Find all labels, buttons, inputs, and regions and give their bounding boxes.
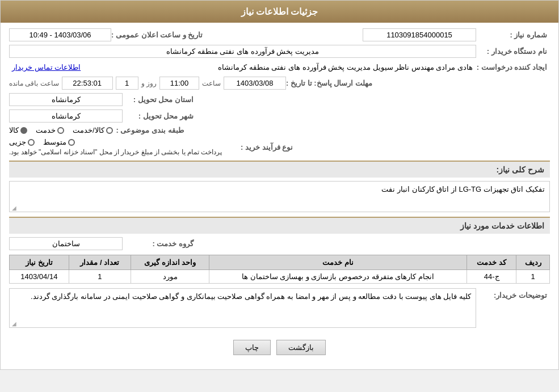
announce-value: 1403/03/06 - 10:49 — [9, 28, 111, 41]
col-service-code: کد خدمت — [466, 255, 516, 270]
radio-kala — [20, 127, 27, 134]
category-option-kala[interactable]: کالا — [9, 126, 27, 134]
need-description-wrapper: تفکیک اتاق تجهیزات LG-TG از اتاق کارکنان… — [9, 181, 550, 212]
service-group-label: گروه خدمت : — [123, 239, 196, 248]
buyer-org-label: نام دستگاه خریدار : — [476, 47, 550, 56]
need-description-title: شرح کلی نیاز: — [9, 161, 550, 178]
response-date: 1403/03/08 — [224, 77, 286, 90]
resize-handle[interactable]: ◢ — [11, 205, 16, 210]
need-number-row: شماره نیاز : 1103091854000015 تاریخ و سا… — [9, 28, 550, 41]
announce-label: تاریخ و ساعت اعلان عمومی : — [111, 31, 205, 39]
purchase-option-jozi[interactable]: جزیی — [9, 138, 35, 146]
category-option-khedmat[interactable]: خدمت — [36, 126, 64, 134]
purchase-options: متوسط جزیی — [9, 138, 75, 146]
response-countdown-label: ساعت باقی مانده — [9, 79, 59, 87]
response-days-label: روز و — [141, 79, 157, 87]
purchase-option-motaset-label: متوسط — [43, 138, 66, 146]
vendor-notes-wrapper: کلیه فایل های پیوست با دقت مطالعه و پس ا… — [9, 288, 476, 328]
cell-quantity: 1 — [69, 270, 131, 284]
col-quantity: تعداد / مقدار — [69, 255, 131, 270]
cell-service-name: انجام کارهای متفرقه درخصوص بازسازی و بهس… — [209, 270, 467, 284]
col-unit: واحد اندازه گیری — [131, 255, 209, 270]
delivery-province-label: استان محل تحویل : — [123, 95, 196, 104]
category-option-kala-khedmat-label: کالا/خدمت — [73, 126, 104, 134]
buyer-org-row: نام دستگاه خریدار : مدیریت پخش فرآورده ه… — [9, 45, 550, 58]
response-countdown: 22:53:01 — [62, 77, 113, 90]
services-section-title: اطلاعات خدمات مورد نیاز — [9, 217, 550, 234]
category-row: طبقه بندی موضوعی : کالا/خدمت خدمت کالا — [9, 126, 550, 134]
category-option-kala-label: کالا — [9, 126, 19, 134]
table-header-row: ردیف کد خدمت نام خدمت واحد اندازه گیری ت… — [10, 255, 550, 270]
category-options: کالا/خدمت خدمت کالا — [9, 126, 113, 134]
buyer-org-value: مدیریت پخش فرآورده های نفتی منطقه کرمانش… — [9, 45, 476, 58]
col-service-name: نام خدمت — [209, 255, 467, 270]
cell-service-code: ج-44 — [466, 270, 516, 284]
table-row: 1 ج-44 انجام کارهای متفرقه درخصوص بازساز… — [10, 270, 550, 284]
purchase-option-jozi-label: جزیی — [9, 138, 26, 146]
category-option-khedmat-label: خدمت — [36, 126, 56, 134]
delivery-province-row: استان محل تحویل : کرمانشاه — [9, 93, 550, 106]
services-table: ردیف کد خدمت نام خدمت واحد اندازه گیری ت… — [9, 255, 550, 284]
need-number-label: شماره نیاز : — [476, 31, 550, 39]
category-label: طبقه بندی موضوعی : — [113, 126, 187, 134]
delivery-city-value: کرمانشاه — [9, 109, 123, 123]
response-deadline-label: مهلت ارسال پاسخ: تا تاریخ : — [286, 79, 375, 87]
vendor-resize-handle[interactable]: ◢ — [11, 321, 16, 326]
contact-link[interactable]: اطلاعات تماس خریدار — [12, 63, 81, 71]
requester-label: ایجاد کننده درخواست : — [476, 63, 550, 71]
page-wrapper: جزئیات اطلاعات نیاز شماره نیاز : 1103091… — [0, 0, 559, 370]
response-deadline-row: مهلت ارسال پاسخ: تا تاریخ : 1403/03/08 س… — [9, 77, 550, 90]
response-time: 11:00 — [159, 77, 199, 90]
delivery-city-label: شهر محل تحویل : — [123, 112, 196, 120]
purchase-type-row: نوع فرآیند خرید : متوسط جزیی پرداخت تمام… — [9, 138, 550, 156]
radio-khedmat — [57, 127, 64, 134]
back-button[interactable]: بازگشت — [276, 340, 326, 355]
need-description-box: تفکیک اتاق تجهیزات LG-TG از اتاق کارکنان… — [9, 181, 550, 212]
purchase-type-label: نوع فرآیند خرید : — [222, 143, 296, 151]
services-table-section: ردیف کد خدمت نام خدمت واحد اندازه گیری ت… — [9, 255, 550, 284]
vendor-notes-row: توضیحات خریدار: کلیه فایل های پیوست با د… — [9, 288, 550, 328]
col-date: تاریخ نیاز — [10, 255, 69, 270]
cell-unit: مورد — [131, 270, 209, 284]
buttons-row: بازگشت چاپ — [9, 331, 550, 364]
category-option-kala-khedmat[interactable]: کالا/خدمت — [73, 126, 113, 134]
need-description-value: تفکیک اتاق تجهیزات LG-TG از اتاق کارکنان… — [381, 185, 545, 193]
need-description-section: شرح کلی نیاز: تفکیک اتاق تجهیزات LG-TG ا… — [9, 161, 550, 212]
service-group-value: ساختمان — [9, 237, 123, 250]
cell-rownum: 1 — [516, 270, 550, 284]
need-number-value: 1103091854000015 — [363, 28, 476, 41]
response-days: 1 — [116, 77, 138, 90]
delivery-city-row: شهر محل تحویل : کرمانشاه — [9, 109, 550, 123]
purchase-option-motaset[interactable]: متوسط — [43, 138, 75, 146]
content-area: شماره نیاز : 1103091854000015 تاریخ و سا… — [1, 23, 558, 369]
response-date-time: 1403/03/08 ساعت 11:00 روز و 1 22:53:01 س… — [9, 77, 286, 90]
service-group-row: گروه خدمت : ساختمان — [9, 237, 550, 250]
response-time-label: ساعت — [202, 79, 221, 87]
radio-kala-khedmat — [106, 127, 113, 134]
vendor-notes-label: توضیحات خریدار: — [476, 288, 550, 300]
requester-row: ایجاد کننده درخواست : هادی مرادی مهندس ن… — [9, 61, 550, 73]
print-button[interactable]: چاپ — [233, 340, 271, 355]
col-rownum: ردیف — [516, 255, 550, 270]
radio-jozi — [28, 139, 35, 146]
vendor-notes-box: کلیه فایل های پیوست با دقت مطالعه و پس ا… — [9, 288, 476, 328]
vendor-notes-value: کلیه فایل های پیوست با دقت مطالعه و پس ا… — [31, 292, 471, 301]
cell-date: 1403/04/14 — [10, 270, 69, 284]
radio-motaset — [68, 139, 75, 146]
purchase-note: پرداخت تمام یا بخشی از مبلغ خریدار از مح… — [9, 148, 222, 156]
page-header: جزئیات اطلاعات نیاز — [1, 1, 558, 23]
requester-value: هادی مرادی مهندس ناظر سیویل مدیریت پخش ف… — [81, 61, 476, 73]
delivery-province-value: کرمانشاه — [9, 93, 123, 106]
page-title: جزئیات اطلاعات نیاز — [241, 7, 318, 16]
